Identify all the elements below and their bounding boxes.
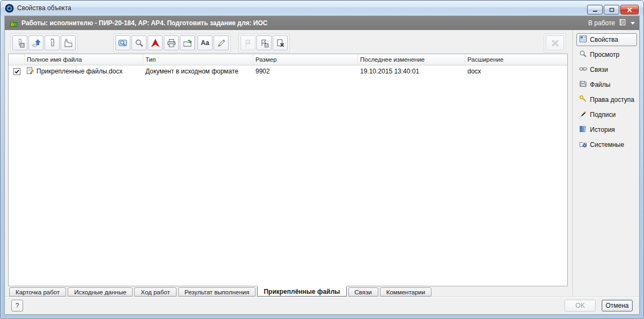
column-header-filename[interactable]: Полное имя файла xyxy=(25,54,143,65)
checkout-button xyxy=(240,35,255,50)
file-name: Прикрепленные файлы.docx xyxy=(36,68,122,75)
tab-links[interactable]: Связи xyxy=(348,287,378,296)
edit-icon xyxy=(217,39,226,48)
bottom-tab-bar: Карточка работ Исходные данные Ход работ… xyxy=(9,286,573,296)
sidebar-item-view[interactable]: Просмотр xyxy=(576,48,637,61)
edit-button[interactable] xyxy=(214,35,229,50)
sidebar-item-label: Права доступа xyxy=(590,96,634,103)
column-header-type[interactable]: Тип xyxy=(143,54,253,65)
sidebar-item-system[interactable]: Системные xyxy=(576,138,637,151)
title-bar[interactable]: Свойства объекта xyxy=(1,1,643,16)
close-button[interactable] xyxy=(620,5,639,14)
sidebar-item-label: Подписи xyxy=(590,111,616,118)
close-icon xyxy=(627,8,632,12)
maximize-button[interactable] xyxy=(604,5,619,14)
toolbar-group-attachments xyxy=(10,33,78,53)
help-button[interactable]: ? xyxy=(11,300,23,311)
system-icon xyxy=(579,140,587,150)
sidebar-item-history[interactable]: История xyxy=(576,123,637,136)
column-header-extension[interactable]: Расширение xyxy=(465,54,567,65)
object-header-bar: Работы: исполнителю - ПИР-20-184, АР: АР… xyxy=(5,16,639,30)
row-checkbox[interactable] xyxy=(13,68,20,75)
attach-file-button[interactable] xyxy=(45,35,60,50)
ok-button: OK xyxy=(565,300,596,311)
tab-source-data[interactable]: Исходные данные xyxy=(68,287,133,296)
sidebar-item-links[interactable]: Связи xyxy=(576,63,637,76)
table-empty-area xyxy=(9,77,567,286)
pdf-button[interactable] xyxy=(148,35,163,50)
properties-window: Свойства объекта Р xyxy=(0,0,644,319)
font-icon: Aa xyxy=(201,39,209,47)
files-icon xyxy=(579,80,587,90)
minimize-button[interactable] xyxy=(587,5,603,14)
app-icon xyxy=(5,4,14,13)
object-title: Работы: исполнителю - ПИР-20-184, АР: АР… xyxy=(21,19,585,27)
sidebar-item-label: История xyxy=(590,126,615,133)
checkin-button[interactable] xyxy=(257,35,272,50)
sidebar-item-label: Системные xyxy=(590,141,624,149)
signatures-icon xyxy=(579,110,587,120)
cancel-checkout-button[interactable] xyxy=(273,35,288,50)
view-icon xyxy=(579,50,587,60)
preview-button[interactable] xyxy=(115,35,130,50)
open-file-icon xyxy=(183,39,192,48)
new-folder-button[interactable] xyxy=(61,35,76,50)
tab-work-progress[interactable]: Ход работ xyxy=(134,287,176,296)
toolbar-group-edit: Aa xyxy=(195,33,231,53)
cancel-button[interactable]: Отмена xyxy=(602,300,633,311)
toolbar-group-view xyxy=(113,33,197,53)
column-header-checkbox[interactable] xyxy=(9,54,25,65)
tab-comments[interactable]: Комментарии xyxy=(380,287,431,296)
properties-icon xyxy=(579,35,587,44)
minimize-icon xyxy=(592,8,598,12)
font-button[interactable]: Aa xyxy=(197,35,213,50)
document-edit-icon xyxy=(26,66,34,77)
tab-attached-files[interactable]: Прикреплённые файлы xyxy=(257,286,346,296)
links-icon xyxy=(579,65,587,75)
files-table: Полное имя файла Тип Размер Последнее из… xyxy=(8,54,568,286)
file-extension: docx xyxy=(465,68,567,75)
sidebar-item-label: Свойства xyxy=(590,36,618,43)
help-icon: ? xyxy=(16,302,19,309)
preview-icon xyxy=(118,39,128,48)
status-label: В работе xyxy=(588,19,615,27)
checkin-icon xyxy=(260,39,269,48)
history-icon xyxy=(579,125,587,135)
status-icon xyxy=(619,18,627,28)
toolbar-group-versioning xyxy=(238,33,290,53)
column-header-modified[interactable]: Последнее изменение xyxy=(358,54,465,65)
file-type: Документ в исходном формате xyxy=(143,68,253,75)
pdf-icon xyxy=(151,39,160,48)
sidebar-item-label: Файлы xyxy=(590,81,610,88)
new-folder-icon xyxy=(64,39,73,48)
tab-work-card[interactable]: Карточка работ xyxy=(9,287,66,296)
file-modified: 19.10.2015 13:40:01 xyxy=(358,68,465,75)
status-selector[interactable]: В работе xyxy=(588,18,635,28)
export-button[interactable] xyxy=(28,35,43,50)
print-button[interactable] xyxy=(164,35,179,50)
open-file-button[interactable] xyxy=(180,35,195,50)
table-header-row: Полное имя файла Тип Размер Последнее из… xyxy=(9,54,567,65)
sidebar-item-properties[interactable]: Свойства xyxy=(576,33,637,46)
status-dropdown-arrow[interactable] xyxy=(631,22,635,25)
paperclip-icon xyxy=(48,39,57,48)
print-icon xyxy=(167,39,176,48)
sidebar-item-access-rights[interactable]: Права доступа xyxy=(576,93,637,106)
delete-button xyxy=(546,35,564,50)
table-row[interactable]: Прикрепленные файлы.docx Документ в исхо… xyxy=(9,65,567,77)
sidebar-item-files[interactable]: Файлы xyxy=(576,78,637,91)
work-item-icon xyxy=(9,19,18,28)
sidebar-item-signatures[interactable]: Подписи xyxy=(576,108,637,121)
sidebar-item-label: Просмотр xyxy=(590,51,619,58)
toolbar: Aa xyxy=(5,30,573,54)
tab-result[interactable]: Результат выполнения xyxy=(178,287,256,296)
column-header-size[interactable]: Размер xyxy=(253,54,358,65)
zoom-button[interactable] xyxy=(131,35,147,50)
attach-save-icon xyxy=(16,39,25,48)
checkout-icon xyxy=(244,39,253,48)
zoom-icon xyxy=(135,39,144,48)
toolbar-group-delete xyxy=(544,33,566,53)
delete-icon xyxy=(551,39,560,48)
maximize-icon xyxy=(609,8,614,12)
attach-save-button[interactable] xyxy=(12,35,27,50)
